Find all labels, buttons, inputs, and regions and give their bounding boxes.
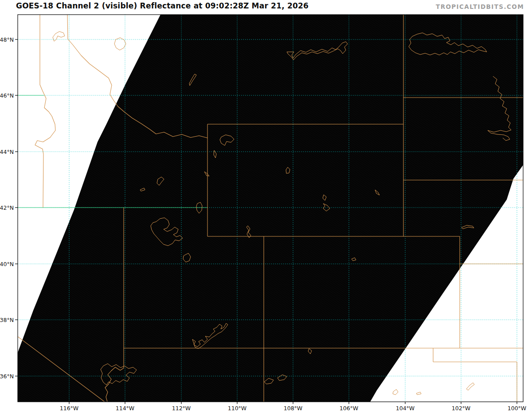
x-tick-label: 104°W	[396, 405, 415, 412]
y-tick-label: 36°N	[0, 373, 14, 380]
y-tick-label: 48°N	[0, 36, 14, 43]
y-tick-label: 46°N	[0, 92, 14, 99]
y-tick-label: 40°N	[0, 261, 14, 267]
x-tick-label: 102°W	[452, 405, 470, 412]
x-tick-label: 110°W	[228, 405, 246, 412]
goes-satellite-image-page: GOES-18 Channel 2 (visible) Reflectance …	[0, 0, 532, 412]
y-tick-label: 44°N	[0, 149, 14, 155]
x-tick-label: 108°W	[284, 405, 302, 412]
x-tick-label: 116°W	[60, 405, 78, 412]
x-tick-label: 114°W	[116, 405, 134, 412]
tropicaltidbits-watermark: TROPICALTIDBITS.COM	[436, 3, 524, 10]
x-tick-label: 100°W	[508, 405, 526, 412]
x-tick-label: 106°W	[340, 405, 358, 412]
y-tick-label: 38°N	[0, 317, 14, 323]
x-tick-label: 112°W	[172, 405, 191, 412]
y-tick-label: 42°N	[0, 204, 14, 211]
image-title: GOES-18 Channel 2 (visible) Reflectance …	[16, 1, 309, 10]
satellite-map: 116°W114°W112°W110°W108°W106°W104°W102°W…	[0, 0, 532, 412]
